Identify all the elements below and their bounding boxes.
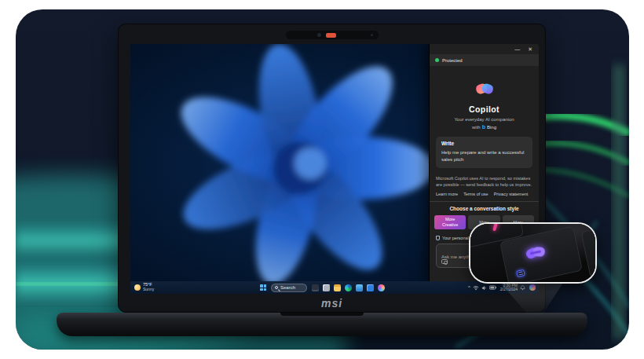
laptop-base (57, 313, 587, 336)
outlook-icon[interactable] (367, 284, 374, 291)
copilot-key-glyph-icon (524, 243, 547, 262)
msi-brand-logo: msi (119, 297, 545, 310)
conversation-style-heading: Choose a conversation style (430, 206, 539, 211)
protected-dot-icon (435, 58, 439, 62)
write-card-body: Help me prepare and write a successful s… (441, 149, 527, 164)
marketing-banner: — ✕ Protected (0, 0, 644, 359)
style-option-line2: Creative (442, 222, 458, 228)
bing-label: Bing (487, 125, 496, 130)
wifi-icon[interactable] (473, 285, 479, 291)
dark-rounded-backdrop: — ✕ Protected (16, 9, 629, 350)
with-label: with (472, 125, 481, 130)
battery-icon[interactable] (489, 285, 496, 290)
webcam-privacy-shutter-icon (326, 33, 336, 38)
copilot-hero: Copilot Your everyday AI companion with … (430, 79, 539, 130)
copilot-app-icon[interactable] (378, 284, 385, 291)
windows-start-icon[interactable] (260, 284, 266, 291)
microsoft-store-icon[interactable] (356, 284, 363, 291)
terms-of-use-link[interactable]: Terms of use (463, 192, 488, 196)
file-explorer-icon[interactable] (334, 284, 341, 291)
copilot-title: Copilot (469, 104, 499, 114)
tray-chevron-icon[interactable]: ^ (468, 285, 470, 290)
shield-icon (436, 236, 440, 240)
close-icon[interactable]: ✕ (528, 46, 532, 52)
webcam-lens-icon (317, 33, 321, 37)
webcam-indicator-dot (371, 34, 373, 36)
webcam-module (286, 31, 379, 39)
search-placeholder: Search (280, 285, 295, 290)
minimize-icon[interactable]: — (514, 46, 520, 52)
ai-disclaimer-text: Microsoft Copilot uses AI to respond, so… (436, 175, 532, 189)
style-more-creative-button[interactable]: More Creative (434, 215, 466, 229)
slash-key-glyph-icon (492, 222, 500, 231)
learn-more-link[interactable]: Learn more (436, 192, 458, 196)
copilot-key-magnifier-inset: Fn (469, 222, 597, 284)
app-icon-dark[interactable] (312, 284, 319, 291)
copilot-subtitle: Your everyday AI companion (454, 117, 514, 122)
weather-widget[interactable]: 75°F Sunny (134, 283, 154, 291)
copilot-titlebar: — ✕ (430, 44, 539, 54)
sun-icon (134, 284, 141, 291)
protected-label: Protected (442, 58, 463, 63)
copilot-key-legend-icon (516, 269, 525, 277)
fn-key-label: Fn (594, 258, 597, 268)
edge-browser-icon[interactable] (345, 284, 352, 291)
bing-icon: b (482, 124, 485, 130)
write-suggestion-card[interactable]: Write Help me prepare and write a succes… (436, 137, 532, 168)
task-view-icon[interactable] (323, 284, 330, 291)
privacy-statement-link[interactable]: Privacy statement (494, 192, 529, 196)
taskbar-center-group: Search (260, 281, 385, 294)
divider (430, 201, 539, 202)
pinned-apps (312, 284, 385, 291)
protected-status-bar: Protected (430, 54, 539, 66)
laptop-hinge-notch (280, 313, 364, 316)
write-card-title: Write (441, 141, 527, 146)
legal-links-row: Learn more Terms of use Privacy statemen… (436, 192, 532, 196)
add-image-icon[interactable] (441, 259, 448, 264)
volume-icon[interactable] (481, 285, 487, 291)
copilot-logo-icon (474, 79, 495, 99)
weather-condition: Sunny (143, 288, 154, 291)
search-icon (275, 286, 278, 289)
windows-taskbar: 75°F Sunny Search (130, 281, 539, 294)
with-bing-row: with b Bing (472, 124, 496, 130)
taskbar-search-box[interactable]: Search (271, 284, 307, 292)
style-option-line1: More (445, 217, 456, 222)
